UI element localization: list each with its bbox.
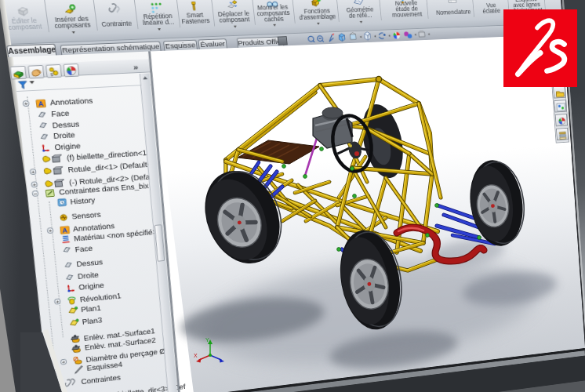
svg-text:X: X xyxy=(194,353,198,358)
svg-text:Y: Y xyxy=(205,337,209,343)
